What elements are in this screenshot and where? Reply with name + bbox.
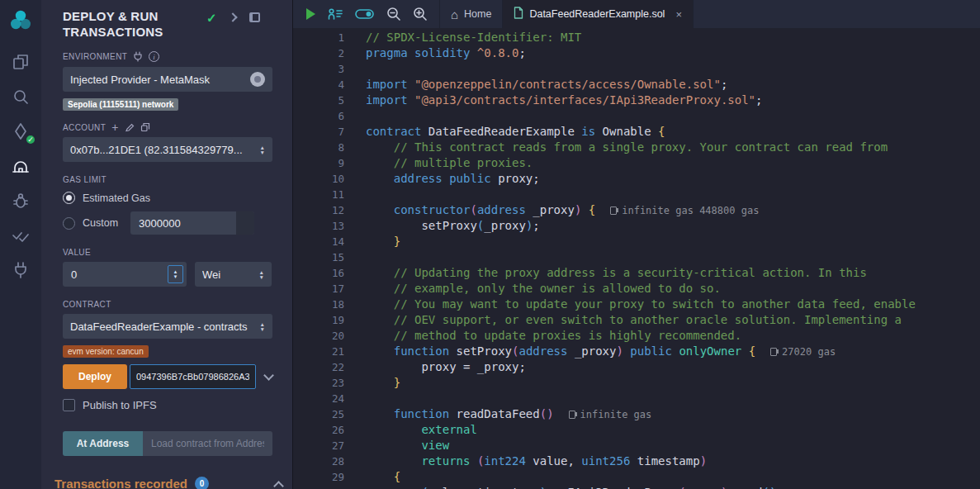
line-number[interactable]: 3 [293, 61, 366, 77]
code-line[interactable]: 16 // Updating the proxy address is a se… [293, 265, 980, 281]
code-line[interactable]: 12 constructor(address _proxy) {infinite… [293, 202, 980, 218]
line-number[interactable]: 6 [293, 108, 366, 124]
file-explorer-icon[interactable] [9, 51, 32, 73]
custom-gas-radio[interactable] [63, 217, 75, 230]
code-line[interactable]: 18 // You may want to update your proxy … [293, 297, 980, 312]
line-number[interactable]: 26 [293, 422, 366, 438]
code-line[interactable]: 17 // example, only the owner is allowed… [293, 281, 980, 297]
code-line[interactable]: 22 proxy = _proxy; [293, 359, 980, 375]
line-number[interactable]: 21 [293, 344, 366, 359]
line-number[interactable]: 29 [293, 469, 366, 485]
code-line[interactable]: 19 // OEV support, or even switch to ano… [293, 312, 980, 328]
line-number[interactable]: 15 [293, 249, 366, 265]
line-number[interactable]: 9 [293, 155, 366, 171]
code-line[interactable]: 27 view [293, 438, 980, 453]
code-line[interactable]: 20 // method to update proxies is highly… [293, 328, 980, 344]
code-line[interactable]: 13 setProxy(_proxy); [293, 218, 980, 234]
code-line[interactable]: 21 function setProxy(address _proxy) pub… [293, 344, 980, 359]
code-line[interactable]: 5import "@api3/contracts/interfaces/IApi… [293, 93, 980, 108]
line-number[interactable]: 16 [293, 265, 366, 281]
line-number[interactable]: 25 [293, 406, 366, 422]
plugin-manager-icon[interactable] [9, 259, 32, 281]
line-number[interactable]: 27 [293, 438, 366, 453]
code-line[interactable]: 14 } [293, 234, 980, 249]
value-unit-select[interactable]: Wei ▲▼ [195, 262, 272, 287]
value-stepper-icon[interactable]: ▲▼ [168, 265, 183, 283]
code-line[interactable]: 7contract DataFeedReaderExample is Ownab… [293, 124, 980, 140]
line-number[interactable]: 2 [293, 45, 366, 61]
run-script-icon[interactable] [306, 8, 315, 20]
code-line[interactable]: 2pragma solidity ^0.8.0; [293, 45, 980, 61]
code-line[interactable]: 10 address public proxy; [293, 171, 980, 187]
copilot-toggle-icon[interactable] [355, 8, 375, 20]
add-account-icon[interactable]: + [111, 123, 119, 131]
line-number[interactable]: 13 [293, 218, 366, 234]
code-line[interactable]: 30 (value, timestamp) = IApi3ReaderProxy… [293, 485, 980, 489]
deploy-button[interactable]: Deploy [63, 364, 127, 389]
zoom-out-icon[interactable] [386, 7, 401, 21]
line-number[interactable]: 4 [293, 77, 366, 93]
solidity-compiler-icon[interactable]: ✓ [9, 121, 32, 142]
chevron-down-icon[interactable] [263, 370, 274, 381]
line-number[interactable]: 19 [293, 312, 366, 328]
line-number[interactable]: 10 [293, 171, 366, 187]
transactions-recorded-footer[interactable]: Transactions recorded 0 [54, 477, 282, 489]
at-address-input[interactable] [143, 431, 272, 456]
code-line[interactable]: 28 returns (int224 value, uint256 timest… [293, 453, 980, 469]
line-number[interactable]: 14 [293, 234, 366, 249]
code-line[interactable]: 26 external [293, 422, 980, 438]
line-number[interactable]: 11 [293, 187, 366, 202]
line-number[interactable]: 22 [293, 359, 366, 375]
line-number[interactable]: 8 [293, 140, 366, 155]
line-number[interactable]: 24 [293, 391, 366, 406]
account-select[interactable]: 0x07b...21DE1 (82.311584329779... ▲▼ [63, 137, 272, 162]
code-line[interactable]: 29 { [293, 469, 980, 485]
unit-testing-icon[interactable] [9, 225, 32, 246]
copy-icon[interactable] [140, 122, 150, 132]
chevron-up-icon[interactable] [273, 481, 284, 489]
line-number[interactable]: 23 [293, 375, 366, 391]
code-line[interactable]: 9 // multiple proxies. [293, 155, 980, 171]
custom-gas-option[interactable]: Custom [63, 211, 272, 235]
code-line[interactable]: 15 [293, 249, 980, 265]
deploy-run-icon[interactable] [9, 155, 32, 177]
close-tab-icon[interactable]: × [675, 8, 682, 21]
line-number[interactable]: 5 [293, 93, 366, 108]
search-icon[interactable] [9, 86, 32, 107]
code-line[interactable]: 1// SPDX-License-Identifier: MIT [293, 30, 980, 45]
remixai-assistant-icon[interactable] [327, 7, 343, 21]
edit-icon[interactable] [125, 122, 135, 132]
chevron-right-icon[interactable] [228, 12, 237, 21]
code-line[interactable]: 3 [293, 61, 980, 77]
estimated-gas-option[interactable]: Estimated Gas [63, 192, 272, 204]
deploy-proxy-address-input[interactable] [130, 364, 256, 389]
line-number[interactable]: 1 [293, 30, 366, 45]
pin-panel-icon[interactable] [249, 12, 260, 22]
line-number[interactable]: 20 [293, 328, 366, 344]
publish-row[interactable]: Publish to IPFS [63, 399, 272, 411]
tab-datafeedreaderexample-sol[interactable]: DataFeedReaderExample.sol × [503, 0, 694, 28]
code-editor[interactable]: 1// SPDX-License-Identifier: MIT2pragma … [293, 28, 980, 489]
line-number[interactable]: 18 [293, 297, 366, 312]
code-line[interactable]: 6 [293, 108, 980, 124]
environment-select[interactable]: Injected Provider - MetaMask [63, 67, 272, 92]
zoom-in-icon[interactable] [413, 7, 428, 21]
contract-select[interactable]: DataFeedReaderExample - contracts ▲▼ [63, 314, 272, 339]
publish-ipfs-checkbox[interactable] [63, 399, 75, 411]
tab-home[interactable]: ⌂ Home [439, 0, 503, 28]
at-address-button[interactable]: At Address [63, 431, 143, 456]
info-icon[interactable]: i [149, 51, 159, 62]
line-number[interactable]: 17 [293, 281, 366, 297]
line-number[interactable]: 28 [293, 453, 366, 469]
estimated-gas-radio[interactable] [63, 192, 75, 204]
code-line[interactable]: 23 } [293, 375, 980, 391]
line-number[interactable]: 30 [293, 485, 366, 489]
remix-logo-icon[interactable] [7, 7, 35, 35]
code-line[interactable]: 8 // This contract reads from a single p… [293, 140, 980, 155]
debugger-icon[interactable] [9, 190, 32, 211]
code-line[interactable]: 11 [293, 187, 980, 202]
gas-input-button[interactable] [236, 211, 254, 235]
code-line[interactable]: 25 function readDataFeed()infinite gas [293, 406, 980, 422]
line-number[interactable]: 7 [293, 124, 366, 140]
line-number[interactable]: 12 [293, 202, 366, 218]
